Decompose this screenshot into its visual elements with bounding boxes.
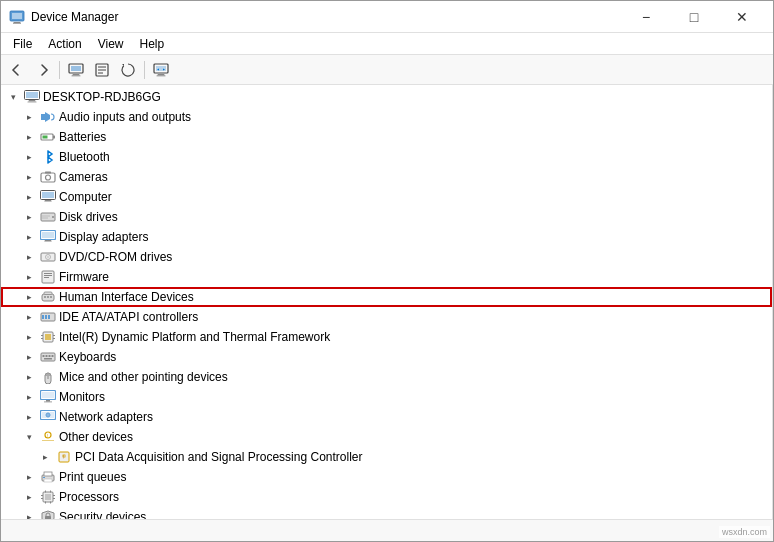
expand-icon: ▸ <box>21 309 37 325</box>
item-icon <box>40 389 56 405</box>
svg-rect-54 <box>43 355 45 357</box>
item-icon <box>40 109 56 125</box>
menu-view[interactable]: View <box>90 35 132 53</box>
expand-icon: ▸ <box>21 409 37 425</box>
tree-item[interactable]: ▸Bluetooth <box>1 147 772 167</box>
forward-button[interactable] <box>31 59 55 81</box>
tree-item[interactable]: ▸Display adapters <box>1 227 772 247</box>
close-button[interactable]: ✕ <box>719 6 765 28</box>
root-computer-icon <box>24 89 40 105</box>
svg-point-21 <box>46 175 51 180</box>
tree-item[interactable]: ▸Security devices <box>1 507 772 519</box>
svg-point-41 <box>50 296 52 298</box>
menu-help[interactable]: Help <box>132 35 173 53</box>
tree-item[interactable]: ▸Keyboards <box>1 347 772 367</box>
item-icon <box>40 129 56 145</box>
tree-item[interactable]: ▸Cameras <box>1 167 772 187</box>
item-label: IDE ATA/ATAPI controllers <box>59 310 198 324</box>
tree-item[interactable]: ▸Intel(R) Dynamic Platform and Thermal F… <box>1 327 772 347</box>
toolbar-computer-button[interactable] <box>64 59 88 81</box>
svg-point-39 <box>44 296 46 298</box>
tree-item[interactable]: ▸!PCI Data Acquisition and Signal Proces… <box>1 447 772 467</box>
menu-file[interactable]: File <box>5 35 40 53</box>
item-label: Disk drives <box>59 210 118 224</box>
main-content: ▾ DESKTOP-RDJB6GG ▸Audio inputs and outp… <box>1 85 773 519</box>
item-label: Firmware <box>59 270 109 284</box>
item-label: Mice and other pointing devices <box>59 370 228 384</box>
svg-rect-81 <box>53 495 55 496</box>
expand-icon: ▸ <box>21 129 37 145</box>
item-label: Monitors <box>59 390 105 404</box>
title-bar: Device Manager − □ ✕ <box>1 1 773 33</box>
tree-item[interactable]: ▸Computer <box>1 187 772 207</box>
svg-rect-16 <box>41 114 45 120</box>
svg-rect-1 <box>12 13 22 19</box>
expand-icon: ▸ <box>21 149 37 165</box>
item-label: Processors <box>59 490 119 504</box>
item-icon <box>40 309 56 325</box>
menu-action[interactable]: Action <box>40 35 89 53</box>
item-label: Print queues <box>59 470 126 484</box>
expand-icon: ▸ <box>21 469 37 485</box>
tree-item[interactable]: ▸Mice and other pointing devices <box>1 367 772 387</box>
tree-item[interactable]: ▾!Other devices <box>1 427 772 447</box>
expand-icon: ▸ <box>37 449 53 465</box>
tree-item[interactable]: ▸Batteries <box>1 127 772 147</box>
svg-rect-30 <box>42 232 54 238</box>
svg-rect-45 <box>45 315 47 319</box>
svg-text:!: ! <box>63 454 64 460</box>
svg-rect-70 <box>42 440 54 441</box>
svg-rect-86 <box>45 502 46 504</box>
status-bar <box>1 519 773 541</box>
root-label: DESKTOP-RDJB6GG <box>43 90 161 104</box>
tree-item[interactable]: ▸Monitors <box>1 387 772 407</box>
back-button[interactable] <box>5 59 29 81</box>
item-label: DVD/CD-ROM drives <box>59 250 172 264</box>
expand-icon: ▸ <box>21 349 37 365</box>
item-icon: ! <box>56 449 72 465</box>
tree-item[interactable]: ▸Human Interface Devices <box>1 287 772 307</box>
item-icon <box>40 509 56 519</box>
app-icon <box>9 9 25 25</box>
item-icon <box>40 149 56 165</box>
item-label: Computer <box>59 190 112 204</box>
svg-rect-28 <box>42 218 48 219</box>
item-label: Human Interface Devices <box>59 290 194 304</box>
item-icon <box>40 269 56 285</box>
item-icon <box>40 169 56 185</box>
svg-rect-4 <box>71 66 81 71</box>
expand-icon: ▸ <box>21 389 37 405</box>
svg-rect-83 <box>53 498 55 499</box>
svg-rect-56 <box>49 355 51 357</box>
toolbar-properties-button[interactable] <box>90 59 114 81</box>
toolbar-separator-1 <box>59 61 60 79</box>
item-icon <box>40 349 56 365</box>
expand-icon: ▸ <box>21 189 37 205</box>
tree-item[interactable]: ▸Print queues <box>1 467 772 487</box>
svg-rect-37 <box>44 277 49 278</box>
svg-rect-12 <box>157 75 166 76</box>
device-tree[interactable]: ▾ DESKTOP-RDJB6GG ▸Audio inputs and outp… <box>1 85 773 519</box>
tree-item[interactable]: ▸Disk drives <box>1 207 772 227</box>
tree-root[interactable]: ▾ DESKTOP-RDJB6GG <box>1 87 772 107</box>
svg-text:!: ! <box>47 433 48 439</box>
item-label: Intel(R) Dynamic Platform and Thermal Fr… <box>59 330 330 344</box>
item-label: Network adapters <box>59 410 153 424</box>
item-label: Bluetooth <box>59 150 110 164</box>
svg-rect-15 <box>28 102 37 103</box>
svg-rect-14 <box>26 92 38 98</box>
tree-item[interactable]: ▸Processors <box>1 487 772 507</box>
maximize-button[interactable]: □ <box>671 6 717 28</box>
svg-rect-58 <box>44 358 52 360</box>
tree-item[interactable]: ▸Network adapters <box>1 407 772 427</box>
tree-item[interactable]: ▸Firmware <box>1 267 772 287</box>
tree-item[interactable]: ▸DVD/CD-ROM drives <box>1 247 772 267</box>
toolbar-scan-button[interactable] <box>149 59 173 81</box>
svg-rect-75 <box>44 472 52 476</box>
svg-rect-46 <box>48 315 50 319</box>
tree-item[interactable]: ▸Audio inputs and outputs <box>1 107 772 127</box>
tree-item[interactable]: ▸IDE ATA/ATAPI controllers <box>1 307 772 327</box>
toolbar-update-button[interactable] <box>116 59 140 81</box>
expand-icon: ▸ <box>21 509 37 519</box>
minimize-button[interactable]: − <box>623 6 669 28</box>
